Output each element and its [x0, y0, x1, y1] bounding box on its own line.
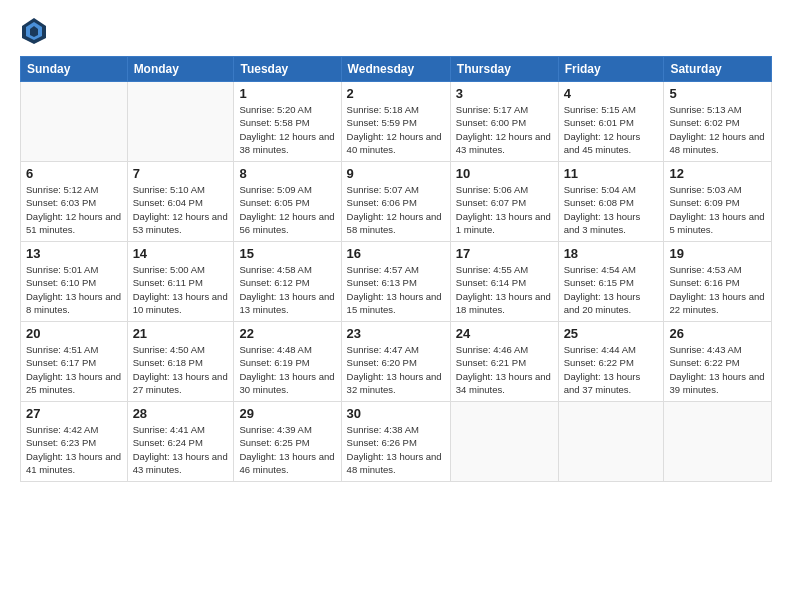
- calendar-week-row: 20Sunrise: 4:51 AM Sunset: 6:17 PM Dayli…: [21, 322, 772, 402]
- calendar-cell: 23Sunrise: 4:47 AM Sunset: 6:20 PM Dayli…: [341, 322, 450, 402]
- calendar-cell: 3Sunrise: 5:17 AM Sunset: 6:00 PM Daylig…: [450, 82, 558, 162]
- weekday-header: Tuesday: [234, 57, 341, 82]
- day-info: Sunrise: 4:43 AM Sunset: 6:22 PM Dayligh…: [669, 343, 766, 396]
- day-info: Sunrise: 4:50 AM Sunset: 6:18 PM Dayligh…: [133, 343, 229, 396]
- day-info: Sunrise: 5:17 AM Sunset: 6:00 PM Dayligh…: [456, 103, 553, 156]
- calendar-cell: 17Sunrise: 4:55 AM Sunset: 6:14 PM Dayli…: [450, 242, 558, 322]
- calendar-cell: 29Sunrise: 4:39 AM Sunset: 6:25 PM Dayli…: [234, 402, 341, 482]
- day-number: 6: [26, 166, 122, 181]
- logo-icon: [20, 16, 48, 44]
- day-info: Sunrise: 4:58 AM Sunset: 6:12 PM Dayligh…: [239, 263, 335, 316]
- calendar-cell: 11Sunrise: 5:04 AM Sunset: 6:08 PM Dayli…: [558, 162, 664, 242]
- calendar-cell: 25Sunrise: 4:44 AM Sunset: 6:22 PM Dayli…: [558, 322, 664, 402]
- day-info: Sunrise: 4:38 AM Sunset: 6:26 PM Dayligh…: [347, 423, 445, 476]
- day-info: Sunrise: 5:09 AM Sunset: 6:05 PM Dayligh…: [239, 183, 335, 236]
- day-info: Sunrise: 5:13 AM Sunset: 6:02 PM Dayligh…: [669, 103, 766, 156]
- calendar-cell: [450, 402, 558, 482]
- day-number: 22: [239, 326, 335, 341]
- calendar-table: SundayMondayTuesdayWednesdayThursdayFrid…: [20, 56, 772, 482]
- calendar-week-row: 1Sunrise: 5:20 AM Sunset: 5:58 PM Daylig…: [21, 82, 772, 162]
- day-info: Sunrise: 5:06 AM Sunset: 6:07 PM Dayligh…: [456, 183, 553, 236]
- day-number: 25: [564, 326, 659, 341]
- day-info: Sunrise: 4:54 AM Sunset: 6:15 PM Dayligh…: [564, 263, 659, 316]
- day-info: Sunrise: 4:47 AM Sunset: 6:20 PM Dayligh…: [347, 343, 445, 396]
- calendar-cell: 8Sunrise: 5:09 AM Sunset: 6:05 PM Daylig…: [234, 162, 341, 242]
- day-number: 30: [347, 406, 445, 421]
- calendar-cell: [664, 402, 772, 482]
- weekday-header: Thursday: [450, 57, 558, 82]
- day-number: 16: [347, 246, 445, 261]
- calendar-cell: 7Sunrise: 5:10 AM Sunset: 6:04 PM Daylig…: [127, 162, 234, 242]
- calendar-week-row: 27Sunrise: 4:42 AM Sunset: 6:23 PM Dayli…: [21, 402, 772, 482]
- weekday-header: Friday: [558, 57, 664, 82]
- day-info: Sunrise: 5:15 AM Sunset: 6:01 PM Dayligh…: [564, 103, 659, 156]
- calendar-cell: 27Sunrise: 4:42 AM Sunset: 6:23 PM Dayli…: [21, 402, 128, 482]
- logo: [20, 16, 50, 44]
- day-number: 26: [669, 326, 766, 341]
- calendar-cell: 10Sunrise: 5:06 AM Sunset: 6:07 PM Dayli…: [450, 162, 558, 242]
- day-number: 27: [26, 406, 122, 421]
- day-number: 1: [239, 86, 335, 101]
- calendar-header-row: SundayMondayTuesdayWednesdayThursdayFrid…: [21, 57, 772, 82]
- calendar-cell: 30Sunrise: 4:38 AM Sunset: 6:26 PM Dayli…: [341, 402, 450, 482]
- day-number: 10: [456, 166, 553, 181]
- calendar-cell: 4Sunrise: 5:15 AM Sunset: 6:01 PM Daylig…: [558, 82, 664, 162]
- day-info: Sunrise: 4:46 AM Sunset: 6:21 PM Dayligh…: [456, 343, 553, 396]
- weekday-header: Saturday: [664, 57, 772, 82]
- day-info: Sunrise: 4:55 AM Sunset: 6:14 PM Dayligh…: [456, 263, 553, 316]
- weekday-header: Sunday: [21, 57, 128, 82]
- day-number: 23: [347, 326, 445, 341]
- day-number: 2: [347, 86, 445, 101]
- calendar-cell: 22Sunrise: 4:48 AM Sunset: 6:19 PM Dayli…: [234, 322, 341, 402]
- day-number: 12: [669, 166, 766, 181]
- calendar-cell: 12Sunrise: 5:03 AM Sunset: 6:09 PM Dayli…: [664, 162, 772, 242]
- day-info: Sunrise: 5:18 AM Sunset: 5:59 PM Dayligh…: [347, 103, 445, 156]
- calendar-cell: 19Sunrise: 4:53 AM Sunset: 6:16 PM Dayli…: [664, 242, 772, 322]
- day-info: Sunrise: 5:04 AM Sunset: 6:08 PM Dayligh…: [564, 183, 659, 236]
- day-number: 11: [564, 166, 659, 181]
- weekday-header: Wednesday: [341, 57, 450, 82]
- calendar-cell: 15Sunrise: 4:58 AM Sunset: 6:12 PM Dayli…: [234, 242, 341, 322]
- calendar-cell: 1Sunrise: 5:20 AM Sunset: 5:58 PM Daylig…: [234, 82, 341, 162]
- day-number: 20: [26, 326, 122, 341]
- calendar-cell: 20Sunrise: 4:51 AM Sunset: 6:17 PM Dayli…: [21, 322, 128, 402]
- calendar-cell: 24Sunrise: 4:46 AM Sunset: 6:21 PM Dayli…: [450, 322, 558, 402]
- day-info: Sunrise: 4:51 AM Sunset: 6:17 PM Dayligh…: [26, 343, 122, 396]
- calendar-cell: 6Sunrise: 5:12 AM Sunset: 6:03 PM Daylig…: [21, 162, 128, 242]
- day-info: Sunrise: 5:12 AM Sunset: 6:03 PM Dayligh…: [26, 183, 122, 236]
- day-number: 13: [26, 246, 122, 261]
- day-info: Sunrise: 4:48 AM Sunset: 6:19 PM Dayligh…: [239, 343, 335, 396]
- calendar-cell: [558, 402, 664, 482]
- day-number: 9: [347, 166, 445, 181]
- day-number: 7: [133, 166, 229, 181]
- calendar-cell: 26Sunrise: 4:43 AM Sunset: 6:22 PM Dayli…: [664, 322, 772, 402]
- weekday-header: Monday: [127, 57, 234, 82]
- calendar-cell: 18Sunrise: 4:54 AM Sunset: 6:15 PM Dayli…: [558, 242, 664, 322]
- calendar-cell: 9Sunrise: 5:07 AM Sunset: 6:06 PM Daylig…: [341, 162, 450, 242]
- calendar-cell: 5Sunrise: 5:13 AM Sunset: 6:02 PM Daylig…: [664, 82, 772, 162]
- day-info: Sunrise: 4:41 AM Sunset: 6:24 PM Dayligh…: [133, 423, 229, 476]
- day-number: 18: [564, 246, 659, 261]
- day-info: Sunrise: 5:03 AM Sunset: 6:09 PM Dayligh…: [669, 183, 766, 236]
- day-number: 14: [133, 246, 229, 261]
- day-number: 17: [456, 246, 553, 261]
- day-number: 5: [669, 86, 766, 101]
- day-info: Sunrise: 4:57 AM Sunset: 6:13 PM Dayligh…: [347, 263, 445, 316]
- day-number: 19: [669, 246, 766, 261]
- day-number: 21: [133, 326, 229, 341]
- calendar-cell: [127, 82, 234, 162]
- calendar-cell: 14Sunrise: 5:00 AM Sunset: 6:11 PM Dayli…: [127, 242, 234, 322]
- day-number: 29: [239, 406, 335, 421]
- day-info: Sunrise: 5:07 AM Sunset: 6:06 PM Dayligh…: [347, 183, 445, 236]
- day-number: 3: [456, 86, 553, 101]
- calendar-cell: 13Sunrise: 5:01 AM Sunset: 6:10 PM Dayli…: [21, 242, 128, 322]
- day-number: 8: [239, 166, 335, 181]
- day-info: Sunrise: 5:01 AM Sunset: 6:10 PM Dayligh…: [26, 263, 122, 316]
- page-container: SundayMondayTuesdayWednesdayThursdayFrid…: [0, 0, 792, 612]
- day-number: 28: [133, 406, 229, 421]
- day-info: Sunrise: 5:10 AM Sunset: 6:04 PM Dayligh…: [133, 183, 229, 236]
- calendar-cell: [21, 82, 128, 162]
- day-info: Sunrise: 5:20 AM Sunset: 5:58 PM Dayligh…: [239, 103, 335, 156]
- header: [20, 16, 772, 44]
- calendar-cell: 16Sunrise: 4:57 AM Sunset: 6:13 PM Dayli…: [341, 242, 450, 322]
